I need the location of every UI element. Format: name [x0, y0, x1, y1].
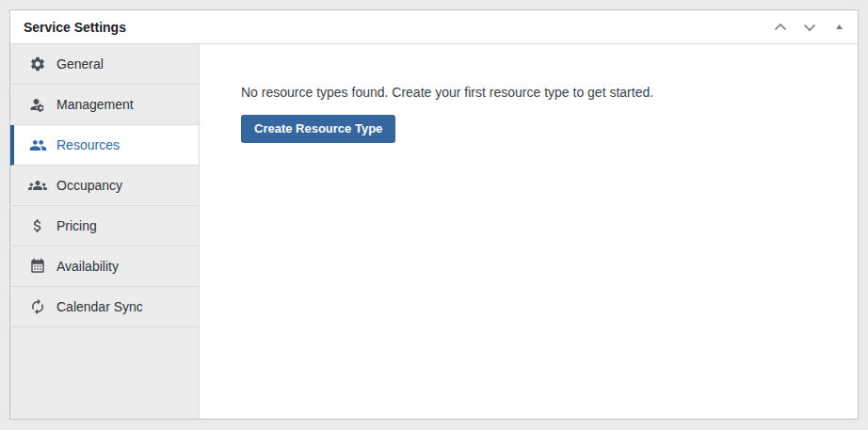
groups-icon [28, 176, 47, 195]
panel-header: Service Settings [10, 10, 858, 44]
sync-icon [28, 297, 47, 316]
gear-icon [28, 55, 47, 73]
triangle-up-icon [834, 22, 844, 32]
sidebar-item-general[interactable]: General [10, 44, 199, 85]
sidebar-item-resources[interactable]: Resources [10, 125, 199, 166]
calendar-icon [28, 257, 47, 276]
chevron-down-icon [802, 20, 817, 35]
dollar-icon [28, 216, 47, 235]
move-up-button[interactable] [771, 18, 790, 37]
empty-state-message: No resource types found. Create your fir… [241, 85, 839, 101]
move-down-button[interactable] [800, 18, 819, 37]
create-resource-type-button[interactable]: Create Resource Type [241, 115, 395, 143]
panel-body: General Management Resources Occupancy [10, 44, 858, 419]
sidebar-item-occupancy[interactable]: Occupancy [10, 166, 199, 206]
sidebar-item-label: Pricing [56, 218, 97, 233]
panel-header-controls [771, 18, 848, 37]
sidebar-item-label: Calendar Sync [56, 299, 143, 314]
chevron-up-icon [773, 20, 788, 35]
panel-title: Service Settings [24, 20, 126, 35]
people-icon [28, 135, 47, 154]
sidebar-item-label: Resources [56, 137, 120, 152]
service-settings-panel: Service Settings [9, 9, 859, 420]
sidebar-item-management[interactable]: Management [10, 85, 199, 125]
sidebar-item-label: Availability [56, 259, 119, 274]
sidebar-item-availability[interactable]: Availability [10, 247, 199, 287]
sidebar-item-pricing[interactable]: Pricing [10, 206, 199, 247]
settings-sidebar: General Management Resources Occupancy [10, 44, 200, 419]
settings-content-area: No resource types found. Create your fir… [200, 44, 858, 419]
sidebar-item-calendar-sync[interactable]: Calendar Sync [10, 287, 199, 327]
manage-accounts-icon [28, 95, 47, 114]
sidebar-item-label: Management [56, 97, 134, 112]
sidebar-item-label: Occupancy [56, 178, 122, 193]
collapse-toggle-button[interactable] [829, 18, 848, 37]
sidebar-item-label: General [56, 56, 104, 72]
